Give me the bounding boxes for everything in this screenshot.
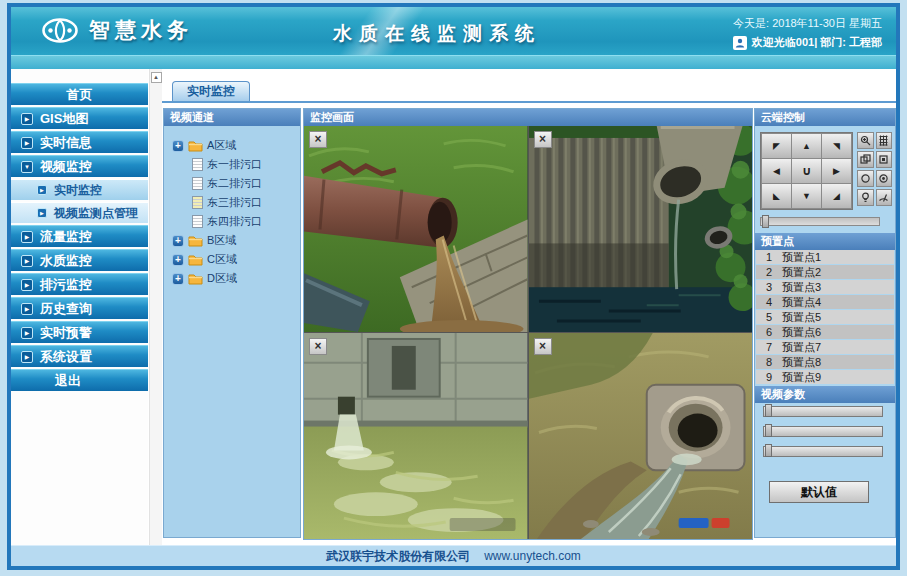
sidebar-scrollbar[interactable]: ▲ — [149, 69, 162, 545]
tree-expand-icon[interactable]: + — [172, 273, 184, 285]
sidebar-item-realtime-info[interactable]: ▶ 实时信息 — [11, 131, 148, 153]
preset-row-6[interactable]: 6预置点6 — [756, 325, 894, 339]
tree-expand-icon[interactable]: + — [172, 235, 184, 247]
focus-far-button[interactable] — [876, 151, 893, 168]
panel-title: 视频通道 — [164, 109, 300, 126]
preset-row-1[interactable]: 1预置点1 — [756, 250, 894, 264]
pan-left-button[interactable]: ◀ — [762, 159, 791, 183]
preset-row-7[interactable]: 7预置点7 — [756, 340, 894, 354]
ptz-function-buttons — [857, 132, 892, 206]
video-param-slider-1[interactable] — [763, 406, 883, 417]
sidebar-item-gis-map[interactable]: ▶ GIS地图 — [11, 107, 148, 129]
pan-down-left-button[interactable]: ◣ — [762, 184, 791, 208]
zoom-out-button[interactable] — [876, 132, 893, 149]
preset-label: 预置点6 — [782, 325, 821, 340]
tree-expand-icon[interactable]: + — [172, 254, 184, 266]
tab-underline — [162, 101, 896, 103]
sidebar-subitem-video-point-management[interactable]: ▶ 视频监测点管理 — [11, 202, 148, 223]
default-value-button[interactable]: 默认值 — [769, 481, 869, 503]
arrow-right-icon: ▶ — [21, 351, 33, 363]
auto-scan-button[interactable]: ∪ — [792, 159, 821, 183]
sidebar-item-history-query[interactable]: ▶ 历史查询 — [11, 297, 148, 319]
ptz-speed-slider[interactable] — [760, 217, 880, 226]
welcome-text: 欢迎光临001| 部门: 工程部 — [752, 35, 882, 50]
video-feed-2[interactable]: × — [529, 126, 753, 332]
main-area: 实时监控 视频通道 + A区域 东一排污口 东二排污口 — [162, 69, 896, 545]
sidebar-item-logout[interactable]: 退出 — [11, 369, 148, 391]
tree-expand-icon[interactable]: + — [172, 140, 184, 152]
footer-website-link[interactable]: www.unytech.com — [484, 549, 581, 563]
pan-right-button[interactable]: ▶ — [822, 159, 851, 183]
preset-number: 3 — [756, 281, 782, 293]
preset-label: 预置点7 — [782, 340, 821, 355]
zoom-in-button[interactable] — [857, 132, 874, 149]
preset-row-2[interactable]: 2预置点2 — [756, 265, 894, 279]
sidebar-item-label: 退出 — [55, 372, 81, 390]
footer: 武汉联宇技术股份有限公司 www.unytech.com — [11, 545, 896, 566]
folder-icon — [188, 139, 203, 152]
sidebar-item-discharge-monitoring[interactable]: ▶ 排污监控 — [11, 273, 148, 295]
user-avatar-icon — [733, 36, 747, 50]
focus-near-button[interactable] — [857, 151, 874, 168]
video-feed-3[interactable]: × — [304, 333, 528, 539]
app-frame: 智慧水务 水质在线监测系统 今天是: 2018年11-30日 星期五 欢迎光临0… — [7, 3, 900, 570]
close-icon[interactable]: × — [534, 338, 552, 355]
header: 智慧水务 水质在线监测系统 今天是: 2018年11-30日 星期五 欢迎光临0… — [11, 7, 896, 55]
video-feed-1[interactable]: × — [304, 126, 528, 332]
sidebar-item-home[interactable]: 首页 — [11, 83, 148, 105]
sidebar-item-flow-monitoring[interactable]: ▶ 流量监控 — [11, 225, 148, 247]
preset-row-5[interactable]: 5预置点5 — [756, 310, 894, 324]
tree-folder-area-c[interactable]: + C区域 — [172, 250, 300, 269]
sidebar-item-system-settings[interactable]: ▶ 系统设置 — [11, 345, 148, 367]
system-title: 水质在线监测系统 — [333, 21, 541, 47]
wiper-button[interactable] — [876, 189, 893, 206]
tree-folder-area-b[interactable]: + B区域 — [172, 231, 300, 250]
tab-live-monitoring[interactable]: 实时监控 — [172, 81, 250, 101]
tree-leaf-outlet-east3[interactable]: 东三排污口 — [172, 193, 300, 212]
pan-up-left-button[interactable]: ◤ — [762, 134, 791, 158]
tree-folder-area-a[interactable]: + A区域 — [172, 136, 300, 155]
slider-thumb[interactable] — [765, 404, 772, 417]
preset-row-9[interactable]: 9预置点9 — [756, 370, 894, 384]
pan-up-button[interactable]: ▲ — [792, 134, 821, 158]
scroll-up-arrow-icon[interactable]: ▲ — [151, 72, 162, 83]
slider-thumb[interactable] — [762, 215, 769, 228]
preset-row-8[interactable]: 8预置点8 — [756, 355, 894, 369]
video-scene-culvert-field — [529, 333, 753, 539]
slider-thumb[interactable] — [765, 444, 772, 457]
iris-close-button[interactable] — [876, 170, 893, 187]
tree-folder-area-d[interactable]: + D区域 — [172, 269, 300, 288]
sidebar-item-water-quality[interactable]: ▶ 水质监控 — [11, 249, 148, 271]
close-icon[interactable]: × — [309, 338, 327, 355]
preset-row-4[interactable]: 4预置点4 — [756, 295, 894, 309]
arrow-right-icon: ▶ — [21, 137, 33, 149]
panel-title: 云端控制 — [755, 109, 895, 126]
preset-number: 2 — [756, 266, 782, 278]
preset-label: 预置点1 — [782, 250, 821, 265]
video-param-slider-3[interactable] — [763, 446, 883, 457]
slider-thumb[interactable] — [765, 424, 772, 437]
pan-down-right-button[interactable]: ◢ — [822, 184, 851, 208]
tree-leaf-outlet-east1[interactable]: 东一排污口 — [172, 155, 300, 174]
close-icon[interactable]: × — [309, 131, 327, 148]
arrow-right-icon: ▶ — [21, 327, 33, 339]
close-icon[interactable]: × — [534, 131, 552, 148]
ptz-direction-pad: ◤ ▲ ◥ ◀ ∪ ▶ ◣ ▼ ◢ — [760, 132, 853, 210]
video-param-slider-2[interactable] — [763, 426, 883, 437]
preset-number: 4 — [756, 296, 782, 308]
sidebar-item-realtime-warning[interactable]: ▶ 实时预警 — [11, 321, 148, 343]
iris-open-button[interactable] — [857, 170, 874, 187]
video-grid: × — [304, 126, 752, 539]
pan-down-button[interactable]: ▼ — [792, 184, 821, 208]
video-watermark — [450, 518, 516, 531]
preset-row-3[interactable]: 3预置点3 — [756, 280, 894, 294]
preset-number: 9 — [756, 371, 782, 383]
preset-number: 5 — [756, 311, 782, 323]
tree-leaf-outlet-east2[interactable]: 东二排污口 — [172, 174, 300, 193]
light-button[interactable] — [857, 189, 874, 206]
sidebar-item-video-monitoring[interactable]: ▼ 视频监控 — [11, 155, 148, 177]
tree-leaf-outlet-east4[interactable]: 东四排污口 — [172, 212, 300, 231]
pan-up-right-button[interactable]: ◥ — [822, 134, 851, 158]
video-feed-4[interactable]: × — [529, 333, 753, 539]
sidebar-subitem-live-monitoring[interactable]: ▶ 实时监控 — [11, 179, 148, 200]
